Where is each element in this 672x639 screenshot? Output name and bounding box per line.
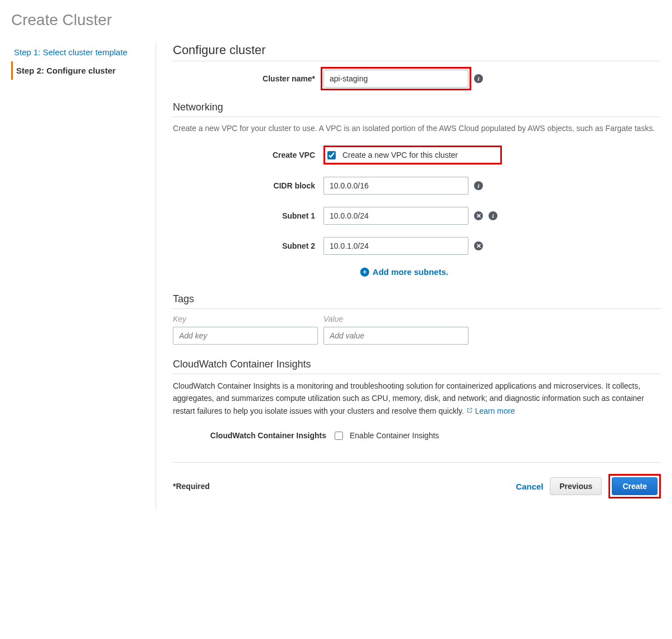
- plus-icon: +: [360, 268, 369, 277]
- create-button[interactable]: Create: [612, 477, 658, 495]
- step-1-link[interactable]: Step 1: Select cluster template: [11, 43, 150, 61]
- subnet-2-label: Subnet 2: [173, 241, 323, 250]
- step-2-active: Step 2: Configure cluster: [11, 61, 150, 80]
- add-more-subnets-button[interactable]: + Add more subnets.: [332, 267, 477, 277]
- networking-description: Create a new VPC for your cluster to use…: [173, 123, 661, 134]
- wizard-steps-sidebar: Step 1: Select cluster template Step 2: …: [11, 43, 156, 510]
- info-icon[interactable]: i: [474, 74, 483, 83]
- remove-icon[interactable]: ✕: [474, 241, 483, 250]
- insights-description: CloudWatch Container Insights is a monit…: [173, 380, 661, 417]
- cluster-name-input[interactable]: [323, 70, 468, 88]
- create-vpc-label: Create VPC: [173, 151, 323, 159]
- info-icon[interactable]: i: [474, 181, 483, 190]
- cluster-name-label: Cluster name*: [173, 74, 323, 83]
- create-vpc-checkbox[interactable]: [327, 151, 336, 159]
- step-1-label[interactable]: Step 1: Select cluster template: [14, 47, 127, 57]
- insights-heading: CloudWatch Container Insights: [173, 359, 661, 374]
- subnet-2-input[interactable]: [323, 237, 468, 255]
- insights-checkbox-section-label: CloudWatch Container Insights: [173, 431, 335, 440]
- subnet-1-input[interactable]: [323, 207, 468, 225]
- enable-container-insights-label: Enable Container Insights: [350, 431, 439, 440]
- info-icon[interactable]: i: [489, 211, 497, 220]
- configure-cluster-heading: Configure cluster: [173, 43, 661, 61]
- tags-heading: Tags: [173, 293, 661, 309]
- networking-heading: Networking: [173, 101, 661, 117]
- remove-icon[interactable]: ✕: [474, 211, 483, 220]
- create-vpc-checkbox-label: Create a new VPC for this cluster: [342, 151, 458, 159]
- cidr-block-label: CIDR block: [173, 181, 323, 190]
- tag-value-input[interactable]: [323, 327, 468, 345]
- enable-container-insights-checkbox[interactable]: [335, 432, 343, 440]
- cancel-button[interactable]: Cancel: [516, 482, 543, 491]
- external-link-icon: [466, 407, 473, 414]
- previous-button[interactable]: Previous: [550, 477, 602, 495]
- tag-key-input[interactable]: [173, 327, 318, 345]
- tag-value-header: Value: [323, 314, 661, 323]
- add-more-subnets-label: Add more subnets.: [373, 267, 448, 277]
- subnet-1-label: Subnet 1: [173, 211, 323, 220]
- required-note: *Required: [173, 482, 210, 491]
- page-title: Create Cluster: [11, 11, 661, 29]
- tag-key-header: Key: [173, 314, 318, 323]
- learn-more-link[interactable]: Learn more: [475, 406, 515, 415]
- cidr-block-input[interactable]: [323, 177, 468, 195]
